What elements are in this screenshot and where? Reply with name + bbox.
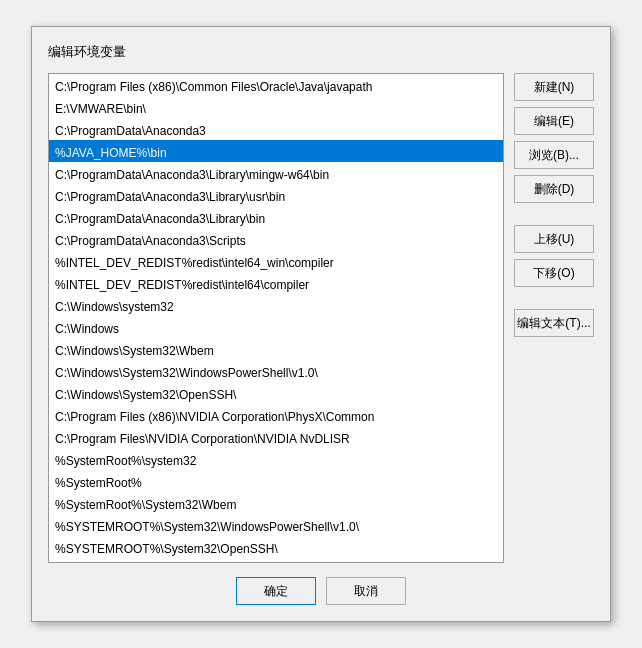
list-item[interactable]: C:\Program Files (x86)\NVIDIA Corporatio… bbox=[49, 404, 503, 426]
list-item[interactable]: C:\ProgramData\Anaconda3\Library\mingw-w… bbox=[49, 162, 503, 184]
list-item[interactable]: C:\ProgramData\Anaconda3\Library\bin bbox=[49, 206, 503, 228]
action-buttons: 新建(N) 编辑(E) 浏览(B)... 删除(D) 上移(U) 下移(O) 编… bbox=[514, 73, 594, 563]
new-button[interactable]: 新建(N) bbox=[514, 73, 594, 101]
list-item[interactable]: C:\Program Files (x86)\Common Files\Orac… bbox=[49, 74, 503, 96]
list-item[interactable]: E:\VMWARE\bin\ bbox=[49, 96, 503, 118]
list-item[interactable]: %SystemRoot% bbox=[49, 470, 503, 492]
button-spacer-2 bbox=[514, 293, 594, 303]
move-down-button[interactable]: 下移(O) bbox=[514, 259, 594, 287]
list-item[interactable]: C:\ProgramData\Anaconda3\Library\usr\bin bbox=[49, 184, 503, 206]
delete-button[interactable]: 删除(D) bbox=[514, 175, 594, 203]
list-item[interactable]: C:\Windows\System32\WindowsPowerShell\v1… bbox=[49, 360, 503, 382]
edit-text-button[interactable]: 编辑文本(T)... bbox=[514, 309, 594, 337]
dialog-title: 编辑环境变量 bbox=[48, 43, 594, 61]
list-item[interactable]: C:\ProgramData\Anaconda3\Scripts bbox=[49, 228, 503, 250]
list-item[interactable]: %SystemRoot%\system32 bbox=[49, 448, 503, 470]
list-item[interactable]: %SYSTEMROOT%\System32\OpenSSH\ bbox=[49, 536, 503, 558]
cancel-button[interactable]: 取消 bbox=[326, 577, 406, 605]
list-item[interactable]: C:\Windows\system32 bbox=[49, 294, 503, 316]
env-var-list[interactable]: C:\Program Files (x86)\Common Files\Orac… bbox=[49, 74, 503, 562]
dialog-footer: 确定 取消 bbox=[48, 577, 594, 605]
dialog-body: C:\Program Files (x86)\Common Files\Orac… bbox=[48, 73, 594, 563]
move-up-button[interactable]: 上移(U) bbox=[514, 225, 594, 253]
list-item[interactable]: %INTEL_DEV_REDIST%redist\intel64\compile… bbox=[49, 272, 503, 294]
button-spacer bbox=[514, 209, 594, 219]
edit-env-var-dialog: 编辑环境变量 C:\Program Files (x86)\Common Fil… bbox=[31, 26, 611, 622]
ok-button[interactable]: 确定 bbox=[236, 577, 316, 605]
list-item[interactable]: %JAVA_HOME%\bin bbox=[49, 140, 503, 162]
browse-button[interactable]: 浏览(B)... bbox=[514, 141, 594, 169]
list-item[interactable]: C:\Windows\System32\OpenSSH\ bbox=[49, 382, 503, 404]
list-item[interactable]: %INTEL_DEV_REDIST%redist\intel64_win\com… bbox=[49, 250, 503, 272]
env-var-list-container: C:\Program Files (x86)\Common Files\Orac… bbox=[48, 73, 504, 563]
list-item[interactable]: %SYSTEMROOT%\System32\WindowsPowerShell\… bbox=[49, 514, 503, 536]
list-item[interactable]: C:\Windows\System32\Wbem bbox=[49, 338, 503, 360]
list-item[interactable]: C:\ProgramData\Anaconda3 bbox=[49, 118, 503, 140]
list-item[interactable]: C:\Windows bbox=[49, 316, 503, 338]
list-item[interactable]: %SystemRoot%\System32\Wbem bbox=[49, 492, 503, 514]
edit-button[interactable]: 编辑(E) bbox=[514, 107, 594, 135]
list-item[interactable]: C:\Program Files\NVIDIA Corporation\NVID… bbox=[49, 426, 503, 448]
